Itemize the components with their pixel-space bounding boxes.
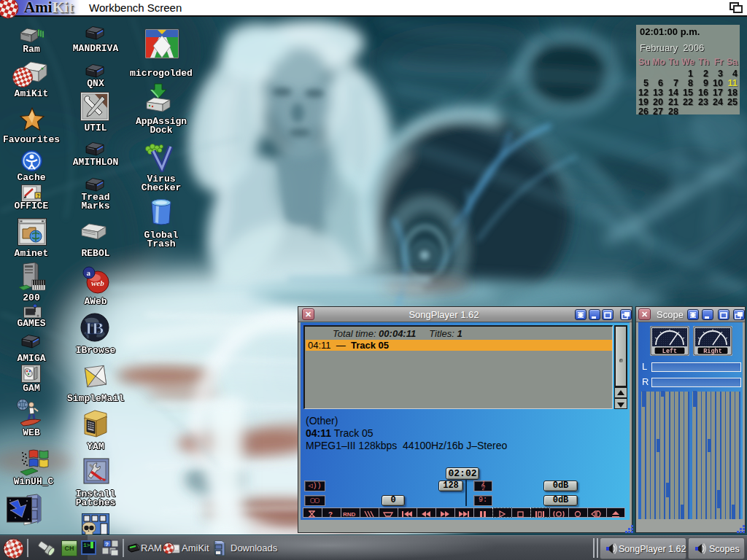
svg-text:IB: IB	[85, 319, 104, 338]
svg-text:RND: RND	[343, 511, 356, 518]
svg-text:a: a	[87, 268, 91, 277]
svg-text:?: ?	[105, 541, 109, 548]
svg-text:?: ?	[328, 511, 333, 518]
svg-text:Right: Right	[703, 348, 722, 355]
svg-text:web: web	[91, 279, 104, 287]
svg-text:Left: Left	[662, 348, 677, 355]
